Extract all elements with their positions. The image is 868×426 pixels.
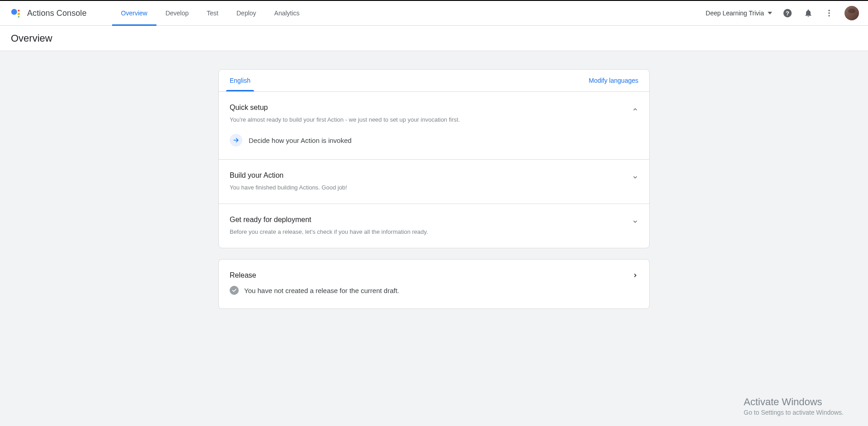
- top-navigation-bar: Actions Console Overview Develop Test De…: [0, 0, 868, 26]
- page-subheader: Overview: [0, 26, 868, 51]
- page-title: Overview: [11, 33, 52, 44]
- check-circle-icon: [230, 286, 239, 295]
- section-deployment[interactable]: Get ready for deployment Before you crea…: [219, 204, 649, 248]
- section-subtitle: Before you create a release, let's check…: [230, 228, 632, 235]
- tab-test[interactable]: Test: [198, 1, 227, 25]
- tab-develop[interactable]: Develop: [156, 1, 198, 25]
- modify-languages-link[interactable]: Modify languages: [589, 77, 638, 84]
- section-build-action[interactable]: Build your Action You have finished buil…: [219, 160, 649, 204]
- section-title: Get ready for deployment: [230, 216, 632, 224]
- release-message: You have not created a release for the c…: [244, 287, 399, 294]
- release-title: Release: [230, 271, 632, 279]
- svg-point-6: [828, 10, 830, 11]
- overview-panel: English Modify languages Quick setup You…: [218, 69, 650, 248]
- svg-point-2: [18, 13, 20, 15]
- section-subtitle: You're almost ready to build your first …: [230, 116, 632, 123]
- svg-text:?: ?: [786, 10, 789, 17]
- main-tabs: Overview Develop Test Deploy Analytics: [112, 1, 309, 25]
- app-title: Actions Console: [27, 9, 87, 18]
- tab-overview[interactable]: Overview: [112, 1, 156, 25]
- chevron-down-icon: [632, 174, 638, 180]
- section-quick-setup[interactable]: Quick setup You're almost ready to build…: [219, 92, 649, 160]
- brand-block: Actions Console: [11, 8, 87, 18]
- svg-point-0: [11, 9, 17, 15]
- user-avatar[interactable]: [844, 6, 859, 20]
- main-scroll-area[interactable]: English Modify languages Quick setup You…: [0, 51, 868, 426]
- step-label: Decide how your Action is invoked: [249, 137, 352, 144]
- chevron-right-icon: [632, 272, 638, 279]
- notifications-bell-icon[interactable]: [803, 8, 814, 19]
- chevron-up-icon: [632, 106, 638, 113]
- svg-point-8: [828, 15, 830, 16]
- invocation-step-link[interactable]: Decide how your Action is invoked: [230, 134, 638, 147]
- help-icon[interactable]: ?: [782, 8, 793, 19]
- more-vert-icon[interactable]: [824, 8, 835, 19]
- svg-point-1: [18, 9, 19, 11]
- release-card[interactable]: Release You have not created a release f…: [218, 259, 650, 309]
- project-selector[interactable]: Deep Learning Trivia: [706, 9, 772, 17]
- tab-deploy[interactable]: Deploy: [227, 1, 265, 25]
- section-subtitle: You have finished building Actions. Good…: [230, 184, 632, 191]
- svg-point-3: [18, 16, 19, 18]
- svg-point-7: [828, 12, 830, 14]
- section-title: Quick setup: [230, 104, 632, 112]
- caret-down-icon: [768, 12, 772, 14]
- google-assistant-logo-icon: [11, 8, 21, 18]
- arrow-right-circle-icon: [230, 134, 242, 147]
- topbar-right-cluster: Deep Learning Trivia ?: [706, 6, 859, 20]
- chevron-down-icon: [632, 218, 638, 225]
- section-title: Build your Action: [230, 171, 632, 180]
- language-bar: English Modify languages: [219, 70, 649, 92]
- language-tab-english[interactable]: English: [230, 70, 250, 91]
- tab-analytics[interactable]: Analytics: [265, 1, 309, 25]
- project-name: Deep Learning Trivia: [706, 9, 764, 17]
